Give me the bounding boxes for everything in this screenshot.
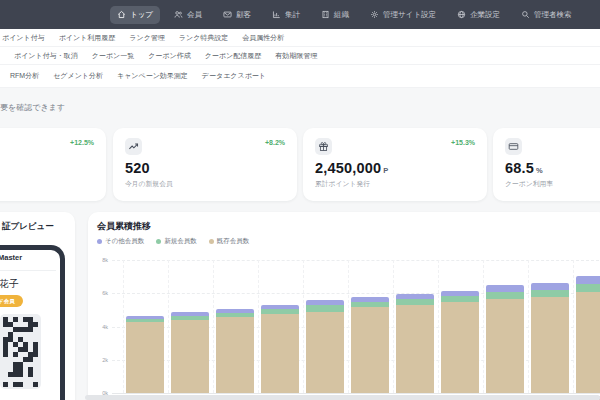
submenu-link[interactable]: ポイント付与・取消 [14, 51, 78, 61]
stat-label: クーポン利用率 [505, 179, 600, 189]
nav-item-users[interactable]: 会員 [167, 6, 209, 24]
trending-up-icon [125, 138, 142, 155]
nav-item-mail[interactable]: 顧客 [216, 6, 258, 24]
nav-item-search[interactable]: 管理者検索 [514, 6, 579, 24]
nav-item-gear[interactable]: 管理サイト設定 [363, 6, 443, 24]
stat-card-1: +12.5% [0, 128, 106, 201]
stat-value: 2,450,000 [315, 160, 381, 176]
bar-2024/02 [396, 294, 434, 393]
gift-icon [315, 138, 332, 155]
gridline [123, 260, 124, 393]
nav-item-globe[interactable]: 企業設定 [450, 6, 507, 24]
y-axis-tick: 4k [90, 324, 108, 330]
stat-change-badge: +12.5% [70, 139, 94, 146]
users-icon [174, 10, 183, 19]
gridline [573, 260, 574, 393]
bar-2023/10 [216, 309, 254, 393]
bar-2023/08 [126, 316, 164, 393]
submenu-row: RFM分析 セグメント分析 キャンペーン効果測定 データエクスポート [0, 65, 600, 88]
bar-2024/03 [441, 291, 479, 393]
submenu-link[interactable]: クーポン作成 [148, 51, 191, 61]
submenu-link[interactable]: 有効期限管理 [275, 51, 317, 61]
gridline [348, 260, 349, 393]
bar-segment [171, 320, 209, 393]
member-name: 花子 [0, 277, 19, 291]
divider [0, 270, 56, 271]
y-axis-tick: 8k [90, 257, 108, 263]
bar-segment [306, 305, 344, 312]
stat-card-3: +15.3% 2,450,000 P 累計ポイント発行 [303, 128, 487, 201]
chart-plot-area: 0k2k4k6k8k2023/082023/092023/102023/1120… [88, 212, 600, 400]
bar-2023/11 [261, 305, 299, 393]
stat-change-badge: +15.3% [451, 139, 475, 146]
stat-card-4: 68.5 % クーポン利用率 [493, 128, 600, 201]
submenu-link[interactable]: クーポン一覧 [92, 51, 135, 61]
horizontal-scrollbar[interactable] [85, 395, 600, 400]
gridline [112, 393, 600, 394]
submenu-link[interactable]: クーポン配信履歴 [205, 51, 262, 61]
gridline [258, 260, 259, 393]
submenu-rows: ポイント付与 ポイント利用履歴 ランク管理 ランク特典設定 会員属性分析 ポイン… [0, 29, 600, 88]
qr-code [0, 314, 41, 389]
gridline [483, 260, 484, 393]
bar-segment [351, 307, 389, 393]
home-icon [117, 10, 126, 19]
bar-2024/01 [351, 297, 389, 393]
gear-icon [370, 10, 379, 19]
bar-segment [531, 283, 569, 290]
bar-2024/05 [531, 283, 569, 393]
phone-mockup: Master 花子 ド会員 [0, 245, 65, 400]
stat-value: 520 [125, 160, 150, 176]
building-icon [321, 10, 330, 19]
stat-label: 今月の新規会員 [125, 179, 285, 189]
submenu-link[interactable]: データエクスポート [202, 71, 266, 81]
stat-label: 累計ポイント発行 [315, 179, 475, 189]
nav-item-home[interactable]: トップ [110, 6, 160, 24]
bar-segment [576, 284, 600, 292]
submenu-link[interactable]: キャンペーン効果測定 [117, 71, 188, 81]
bar-segment [531, 290, 569, 297]
bar-segment [486, 299, 524, 393]
stat-unit: % [536, 166, 543, 175]
gridline [213, 260, 214, 393]
submenu-link[interactable]: ランク管理 [129, 33, 165, 43]
y-axis-tick: 2k [90, 357, 108, 363]
gridline [528, 260, 529, 393]
bar-2023/09 [171, 312, 209, 393]
nav-item-chart[interactable]: 集計 [265, 6, 307, 24]
y-axis-tick: 6k [90, 290, 108, 296]
top-nav: トップ 会員 顧客 集計 組織 管理サイト設定 企業設定 [0, 0, 600, 29]
stat-unit: P [383, 166, 388, 175]
preview-panel-title: 証プレビュー [2, 221, 54, 233]
bar-segment [531, 297, 569, 393]
submenu-link[interactable]: ランク特典設定 [179, 33, 229, 43]
bar-segment [486, 285, 524, 292]
submenu-row: ポイント付与・取消 クーポン一覧 クーポン作成 クーポン配信履歴 有効期限管理 [0, 47, 600, 65]
stat-value: 68.5 [505, 160, 534, 176]
gridline [303, 260, 304, 393]
bar-segment [396, 305, 434, 393]
search-icon [521, 10, 530, 19]
bar-segment [306, 312, 344, 393]
member-card-preview-panel: 証プレビュー Master 花子 ド会員 [0, 212, 75, 400]
bar-segment [126, 322, 164, 393]
stat-card-2: +8.2% 520 今月の新規会員 [113, 128, 297, 201]
gridline [438, 260, 439, 393]
bar-segment [261, 314, 299, 393]
member-trend-chart-card: 会員累積推移 その他会員数 新規会員数 既存会員数 0k2k4k6k8k2023… [88, 212, 600, 400]
submenu-link[interactable]: ポイント付与 [2, 33, 45, 43]
submenu-link[interactable]: RFM分析 [10, 71, 39, 81]
submenu-row: ポイント付与 ポイント利用履歴 ランク管理 ランク特典設定 会員属性分析 [0, 29, 600, 47]
nav-item-building[interactable]: 組織 [314, 6, 356, 24]
stat-change-badge: +8.2% [265, 139, 285, 146]
submenu-link[interactable]: セグメント分析 [53, 71, 103, 81]
submenu-link[interactable]: ポイント利用履歴 [59, 33, 116, 43]
submenu-link[interactable]: 会員属性分析 [242, 33, 284, 43]
gridline [168, 260, 169, 393]
membership-brand: Master [0, 253, 22, 262]
gridline [393, 260, 394, 393]
member-rank-badge: ド会員 [0, 295, 23, 307]
credit-card-icon [505, 138, 522, 155]
bar-segment [486, 292, 524, 299]
bar-2024/04 [486, 285, 524, 393]
